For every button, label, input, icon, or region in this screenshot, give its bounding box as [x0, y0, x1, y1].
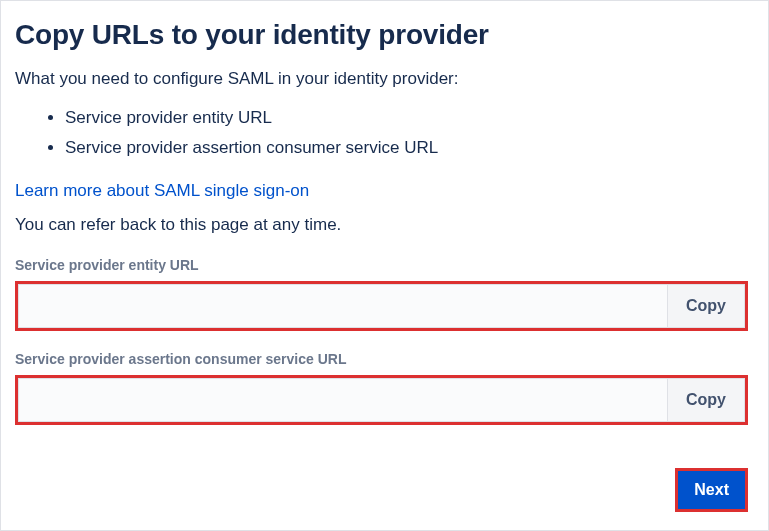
next-button-highlight: Next	[675, 468, 748, 512]
acs-url-input[interactable]	[18, 378, 667, 422]
entity-url-label: Service provider entity URL	[15, 257, 748, 273]
copy-acs-url-button[interactable]: Copy	[667, 378, 745, 422]
entity-url-input[interactable]	[18, 284, 667, 328]
copy-entity-url-button[interactable]: Copy	[667, 284, 745, 328]
next-button[interactable]: Next	[678, 471, 745, 509]
learn-more-link[interactable]: Learn more about SAML single sign-on	[15, 181, 309, 201]
acs-url-group: Copy	[15, 375, 748, 425]
acs-url-label: Service provider assertion consumer serv…	[15, 351, 748, 367]
list-item: Service provider assertion consumer serv…	[65, 133, 748, 163]
list-item: Service provider entity URL	[65, 103, 748, 133]
intro-text: What you need to configure SAML in your …	[15, 69, 748, 89]
refer-text: You can refer back to this page at any t…	[15, 215, 748, 235]
entity-url-group: Copy	[15, 281, 748, 331]
page-title: Copy URLs to your identity provider	[15, 19, 748, 51]
requirements-list: Service provider entity URL Service prov…	[15, 103, 748, 163]
saml-config-panel: Copy URLs to your identity provider What…	[0, 0, 769, 531]
